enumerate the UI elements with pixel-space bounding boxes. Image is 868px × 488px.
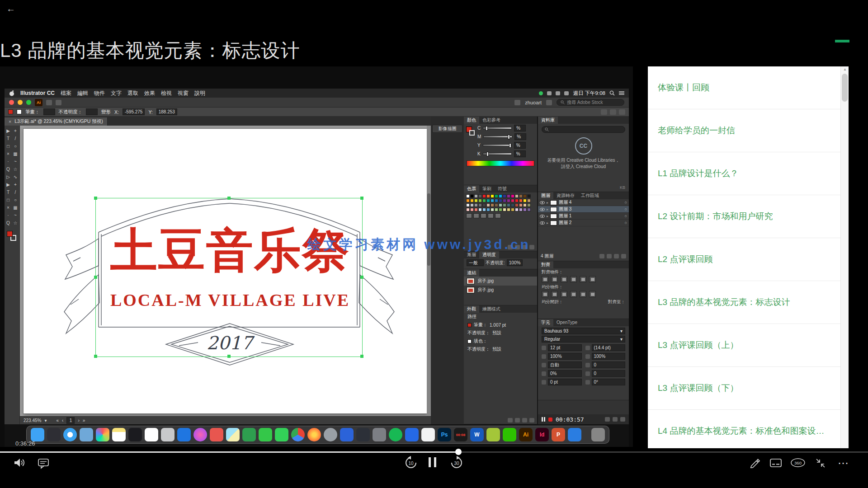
- swatch[interactable]: [478, 208, 482, 211]
- align-option-icon[interactable]: [542, 291, 548, 297]
- character-field[interactable]: 100%: [585, 353, 626, 360]
- seek-bar[interactable]: [0, 451, 868, 453]
- display-icon[interactable]: [620, 417, 625, 422]
- clear-appearance-icon[interactable]: [529, 418, 534, 422]
- dock-blue-square-app[interactable]: [568, 428, 581, 441]
- swatch[interactable]: [519, 194, 523, 198]
- forward-30-button[interactable]: 30: [449, 455, 464, 470]
- swatch[interactable]: [478, 203, 482, 207]
- delete-layer-icon[interactable]: [621, 254, 626, 258]
- dock-notes[interactable]: [112, 428, 126, 441]
- visibility-eye-icon[interactable]: [540, 208, 545, 211]
- character-field-value[interactable]: 0%: [548, 370, 582, 377]
- character-field[interactable]: 自動: [542, 361, 582, 368]
- swatch[interactable]: [507, 203, 510, 207]
- layer-target-icon[interactable]: ○: [625, 200, 627, 205]
- channel-slider-knob[interactable]: [486, 126, 488, 131]
- tab-layers[interactable]: 圖層: [538, 192, 553, 199]
- visibility-eye-icon[interactable]: [540, 201, 545, 204]
- tab-libraries[interactable]: 資料庫: [538, 117, 558, 124]
- align-option-icon[interactable]: [580, 291, 586, 297]
- swatch-group-folder[interactable]: [466, 213, 472, 218]
- tab-appearance[interactable]: 外觀: [464, 305, 479, 313]
- swatch[interactable]: [511, 194, 514, 198]
- swatch[interactable]: [503, 208, 506, 211]
- dock-evernote[interactable]: [421, 428, 435, 441]
- tool-icon[interactable]: ×: [5, 150, 12, 158]
- menubar-item[interactable]: 說明: [194, 89, 205, 97]
- align-option-icon[interactable]: [580, 276, 586, 282]
- pause-button[interactable]: [429, 457, 436, 467]
- align-option-icon[interactable]: [570, 291, 577, 297]
- layer-row[interactable]: ▸圖層 3○: [538, 206, 629, 213]
- character-field[interactable]: 100%: [542, 353, 582, 360]
- swatch[interactable]: [486, 194, 490, 198]
- minimize-window-button[interactable]: [18, 100, 23, 105]
- stock-search-input[interactable]: 搜尋 Adobe Stock: [557, 99, 624, 106]
- visibility-eye-icon[interactable]: [540, 215, 545, 218]
- dock-word[interactable]: W: [470, 428, 484, 441]
- close-window-button[interactable]: [9, 100, 14, 105]
- align-option-icon[interactable]: [542, 276, 548, 282]
- zoom-dropdown-icon[interactable]: ▾: [44, 418, 47, 423]
- align-option-icon[interactable]: [589, 291, 596, 297]
- control-bar-icon-3[interactable]: [619, 109, 625, 115]
- tool-icon[interactable]: ·: [5, 211, 12, 219]
- dock-powerpoint[interactable]: P: [552, 428, 565, 441]
- character-field[interactable]: 0%: [542, 370, 582, 377]
- dock-photoshop[interactable]: Ps: [438, 428, 451, 441]
- menubar-item[interactable]: 檔案: [61, 89, 71, 97]
- layer-expand-icon[interactable]: ▸: [547, 214, 548, 218]
- dock-finder[interactable]: [31, 428, 44, 441]
- sidebar-chapter-item[interactable]: L2 点评课回顾: [648, 238, 840, 281]
- swatch[interactable]: [523, 203, 527, 207]
- menubar-item[interactable]: 選取: [127, 89, 138, 97]
- swatch[interactable]: [527, 208, 531, 211]
- layer-row[interactable]: ▸圖層 1○: [538, 213, 629, 220]
- swatch[interactable]: [470, 199, 474, 202]
- notification-center-icon[interactable]: [619, 91, 624, 95]
- control-bar-icon-2[interactable]: [610, 109, 616, 115]
- dock-spotify[interactable]: [389, 428, 402, 441]
- tab-character[interactable]: 字元: [538, 319, 553, 326]
- canvas[interactable]: 土豆音乐祭 LOCAL-M VILLAGE LIVE 2017: [20, 126, 431, 416]
- timecode-pause-icon[interactable]: [542, 417, 545, 422]
- layer-expand-icon[interactable]: ▸: [547, 201, 548, 205]
- swatch[interactable]: [482, 208, 486, 211]
- libraries-search-input[interactable]: [542, 126, 625, 133]
- swatch[interactable]: [519, 203, 523, 207]
- swatch[interactable]: [495, 199, 498, 202]
- dock-mail[interactable]: [80, 428, 93, 441]
- menubar-item[interactable]: 效果: [144, 89, 155, 97]
- scroll-thumb[interactable]: [842, 74, 848, 102]
- selection-bounding-box[interactable]: [95, 198, 363, 357]
- swatch[interactable]: [486, 203, 490, 207]
- swatch[interactable]: [507, 208, 510, 211]
- sidebar-chapter-item[interactable]: 体验课丨回顾: [648, 66, 840, 109]
- swatch[interactable]: [503, 203, 506, 207]
- appearance-row[interactable]: 路徑: [464, 313, 537, 321]
- character-field-value[interactable]: 0°: [592, 379, 626, 385]
- dock-android[interactable]: [486, 428, 500, 441]
- dock-trash[interactable]: [591, 428, 605, 441]
- character-field-value[interactable]: 0: [592, 370, 626, 377]
- tool-icon[interactable]: ▦: [12, 204, 19, 211]
- swatch[interactable]: [491, 203, 494, 207]
- menubar-item[interactable]: 視窗: [178, 89, 189, 97]
- swatch[interactable]: [482, 199, 486, 202]
- tool-icon[interactable]: ∿: [12, 173, 19, 181]
- swatch[interactable]: [507, 199, 510, 202]
- swatch[interactable]: [523, 208, 527, 211]
- sidebar-chapter-item[interactable]: 老师给学员的一封信: [648, 109, 840, 152]
- font-style-select[interactable]: Regular▾: [542, 336, 625, 343]
- character-field[interactable]: 0°: [585, 379, 626, 385]
- selection-handle[interactable]: [360, 355, 363, 358]
- align-option-icon[interactable]: [561, 276, 567, 282]
- first-artboard-icon[interactable]: «: [57, 418, 59, 423]
- swatch[interactable]: [474, 208, 478, 211]
- character-field[interactable]: (14.4 pt): [585, 344, 626, 351]
- swatch-group-folder[interactable]: [473, 213, 479, 218]
- swatch[interactable]: [474, 194, 478, 198]
- workspace-switcher-icon[interactable]: [514, 100, 520, 105]
- channel-slider[interactable]: [483, 144, 512, 146]
